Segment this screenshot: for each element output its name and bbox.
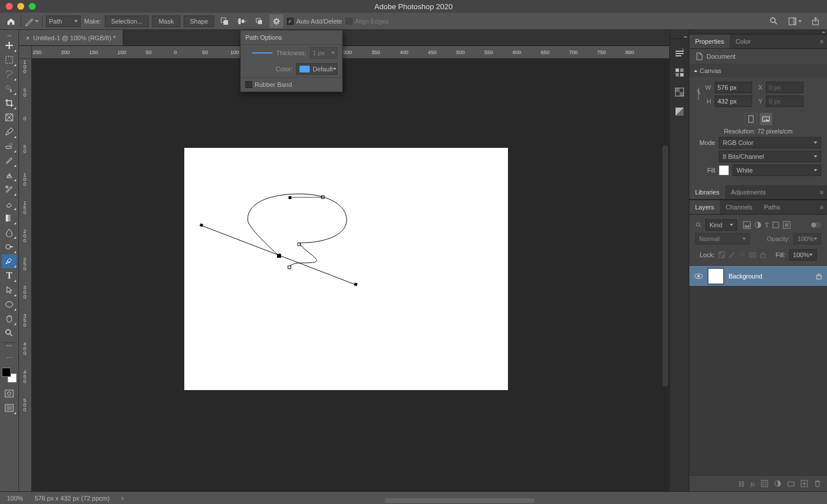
make-shape-button[interactable]: Shape [184, 16, 215, 27]
lock-artboard-icon[interactable] [749, 251, 756, 258]
frame-tool[interactable] [2, 110, 17, 124]
brush-tool[interactable] [2, 154, 17, 167]
maximize-window-icon[interactable] [29, 3, 36, 10]
share-icon[interactable] [809, 14, 822, 28]
foreground-color[interactable] [2, 368, 11, 377]
link-dimensions-icon[interactable] [695, 86, 702, 102]
layer-thumbnail[interactable] [708, 268, 724, 284]
quick-mask-icon[interactable] [2, 387, 17, 400]
bit-depth-dropdown[interactable]: 8 Bits/Channel [719, 151, 821, 162]
path-arrangement-icon[interactable] [252, 14, 266, 28]
quick-selection-tool[interactable] [2, 82, 17, 96]
minimize-window-icon[interactable] [17, 3, 24, 10]
edit-toolbar-icon[interactable]: ⋯ [2, 351, 17, 365]
type-tool[interactable]: T [2, 269, 17, 282]
path-color-dropdown[interactable]: Default [296, 63, 337, 75]
screen-mode-icon[interactable] [2, 401, 17, 415]
crop-tool[interactable] [2, 96, 17, 110]
vertical-scrollbar[interactable] [662, 145, 668, 387]
status-dimensions[interactable]: 576 px x 432 px (72 ppcm) [35, 495, 109, 502]
status-zoom[interactable]: 100% [7, 495, 23, 502]
lock-transparent-icon[interactable] [718, 251, 725, 258]
panel-menu-icon[interactable]: ≡ [817, 35, 827, 48]
orientation-landscape-button[interactable] [760, 113, 772, 125]
lasso-tool[interactable] [2, 67, 17, 81]
workspace-switcher-icon[interactable] [788, 14, 802, 28]
panel-menu-icon[interactable]: ≡ [817, 185, 827, 199]
status-chevron-icon[interactable]: › [121, 494, 123, 502]
canvas[interactable] [184, 148, 508, 390]
ruler-origin[interactable] [19, 46, 32, 59]
pen-tool-preset-icon[interactable] [25, 15, 39, 28]
filter-toggle[interactable] [811, 222, 821, 228]
move-tool[interactable] [2, 39, 17, 52]
layer-mask-icon[interactable] [761, 480, 768, 487]
hand-tool[interactable] [2, 312, 17, 326]
tab-close-icon[interactable]: × [26, 35, 29, 41]
marquee-tool[interactable] [2, 53, 17, 67]
thickness-dropdown[interactable]: 1 px [310, 47, 337, 59]
lock-all-icon[interactable] [760, 251, 767, 258]
color-mode-dropdown[interactable]: RGB Color [719, 137, 821, 148]
vertical-ruler[interactable]: 1 0 05 005 01 0 01 5 02 0 02 5 03 0 03 5… [19, 46, 32, 491]
canvas-height-input[interactable] [715, 96, 752, 107]
zoom-tool[interactable] [2, 326, 17, 340]
canvas-x-input[interactable] [766, 82, 803, 93]
blend-mode-dropdown[interactable]: Normal [695, 233, 750, 245]
canvas-width-input[interactable] [715, 82, 752, 93]
adjustment-layer-icon[interactable] [774, 480, 782, 487]
patterns-panel-icon[interactable] [674, 86, 685, 98]
gradients-panel-icon[interactable] [674, 106, 685, 117]
blur-tool[interactable] [2, 226, 17, 239]
layer-row[interactable]: Background [689, 266, 827, 287]
new-layer-icon[interactable] [801, 480, 808, 487]
filter-adjustment-icon[interactable] [754, 221, 762, 229]
layer-fill-input[interactable]: 100% [789, 249, 817, 261]
layer-visibility-icon[interactable] [694, 273, 703, 280]
close-window-icon[interactable] [6, 3, 13, 10]
layer-filter-dropdown[interactable]: Kind [705, 219, 737, 231]
tab-adjustments[interactable]: Adjustments [725, 185, 772, 199]
canvas-viewport[interactable] [32, 59, 669, 491]
path-alignment-icon[interactable] [235, 14, 249, 28]
layer-style-icon[interactable]: fx [750, 480, 755, 487]
tab-channels[interactable]: Channels [720, 200, 758, 214]
rubber-band-checkbox[interactable]: Rubber Band [245, 81, 337, 88]
history-panel-icon[interactable] [674, 47, 685, 59]
home-button[interactable] [5, 15, 17, 28]
fill-swatch[interactable] [719, 165, 729, 175]
path-selection-tool[interactable] [2, 283, 17, 297]
clone-stamp-tool[interactable] [2, 168, 17, 182]
tab-properties[interactable]: Properties [689, 35, 730, 48]
dodge-tool[interactable] [2, 240, 17, 254]
search-icon[interactable] [767, 14, 781, 28]
canvas-y-input[interactable] [766, 96, 803, 107]
swatches-panel-icon[interactable] [674, 67, 685, 78]
auto-add-delete-checkbox[interactable]: Auto Add/Delete [287, 18, 342, 25]
color-swatches[interactable] [2, 368, 17, 383]
filter-pixel-icon[interactable] [743, 221, 751, 229]
make-mask-button[interactable]: Mask [152, 16, 180, 27]
link-layers-icon[interactable]: ⛓ [738, 480, 745, 487]
healing-brush-tool[interactable] [2, 139, 17, 153]
filter-smart-icon[interactable] [783, 221, 791, 229]
gradient-tool[interactable] [2, 211, 17, 225]
document-tab[interactable]: × Untitled-1 @ 100% (RGB/8) * [19, 30, 123, 45]
orientation-portrait-button[interactable] [745, 113, 757, 125]
eyedropper-tool[interactable] [2, 125, 17, 139]
filter-type-icon[interactable]: T [765, 221, 769, 230]
tab-color[interactable]: Color [730, 35, 756, 48]
filter-shape-icon[interactable] [772, 221, 780, 229]
tab-layers[interactable]: Layers [689, 200, 720, 214]
lock-image-icon[interactable] [729, 251, 735, 258]
lock-position-icon[interactable] [739, 251, 746, 258]
make-selection-button[interactable]: Selection... [105, 16, 149, 27]
horizontal-ruler[interactable]: 2502001501005005010015020025030035040045… [32, 46, 669, 59]
shape-tool[interactable] [2, 297, 17, 311]
eraser-tool[interactable] [2, 197, 17, 211]
horizontal-scrollbar[interactable] [242, 497, 677, 504]
fill-dropdown[interactable]: White [733, 165, 821, 176]
pen-tool[interactable] [2, 254, 17, 268]
tab-libraries[interactable]: Libraries [689, 185, 725, 199]
canvas-section-header[interactable]: Canvas [689, 64, 827, 77]
